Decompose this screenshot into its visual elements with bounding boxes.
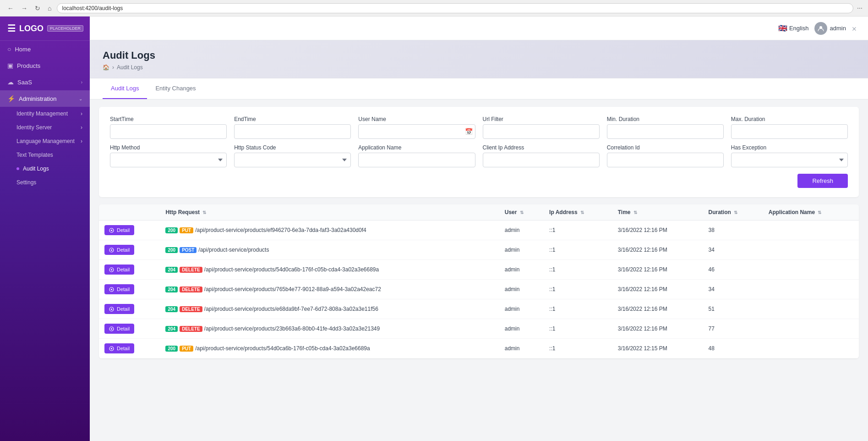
app-name-cell bbox=[763, 319, 859, 339]
sidebar-item-audit-logs[interactable]: Audit Logs bbox=[0, 162, 90, 176]
duration-cell: 77 bbox=[703, 319, 763, 339]
url-filter-input[interactable] bbox=[483, 124, 600, 139]
max-duration-input[interactable] bbox=[731, 124, 848, 139]
svg-point-10 bbox=[111, 309, 112, 310]
hamburger-icon[interactable]: ☰ bbox=[7, 23, 16, 34]
http-request-cell: 200 POST /api/product-service/products bbox=[160, 240, 499, 260]
correlation-id-input[interactable] bbox=[607, 153, 724, 167]
breadcrumb-home-icon[interactable]: 🏠 bbox=[103, 64, 109, 71]
has-exception-select[interactable]: True False bbox=[731, 153, 848, 167]
filter-row-2: Http Method GET POST PUT DELETE Http Sta… bbox=[110, 144, 848, 167]
end-time-label: EndTime bbox=[234, 116, 351, 122]
sidebar-item-identity-management[interactable]: Identity Management › bbox=[0, 107, 90, 121]
end-time-input[interactable] bbox=[234, 124, 351, 139]
client-ip-address-label: Client Ip Address bbox=[483, 144, 600, 151]
ip-cell: ::1 bbox=[544, 260, 612, 280]
filter-http-method: Http Method GET POST PUT DELETE bbox=[110, 144, 227, 167]
table-row: Detail 200 PUT /api/product-service/prod… bbox=[99, 220, 859, 240]
table-row: Detail 204 DELETE /api/product-service/p… bbox=[99, 280, 859, 299]
detail-button[interactable]: Detail bbox=[104, 304, 134, 314]
method-badge: DELETE bbox=[180, 306, 202, 312]
filter-max-duration: Max. Duration bbox=[731, 116, 848, 139]
duration-cell: 51 bbox=[703, 299, 763, 319]
back-button[interactable]: ← bbox=[5, 4, 16, 13]
table-row: Detail 200 PUT /api/product-service/prod… bbox=[99, 339, 859, 358]
language-selector[interactable]: 🇬🇧 English bbox=[778, 24, 809, 33]
status-code-badge: 200 bbox=[165, 346, 178, 352]
correlation-id-label: Correlation Id bbox=[607, 144, 724, 151]
detail-cell: Detail bbox=[99, 280, 160, 299]
user-name-input[interactable] bbox=[358, 124, 475, 139]
refresh-browser-button[interactable]: ↻ bbox=[33, 4, 42, 13]
col-time[interactable]: Time ⇅ bbox=[612, 204, 703, 220]
user-menu[interactable]: admin bbox=[814, 22, 846, 35]
detail-button[interactable]: Detail bbox=[104, 225, 134, 235]
filter-has-exception: Has Exception True False bbox=[731, 144, 848, 167]
filter-start-time: StartTime bbox=[110, 116, 227, 139]
refresh-button[interactable]: Refresh bbox=[797, 174, 848, 188]
app-name-sort-icon: ⇅ bbox=[818, 210, 821, 215]
sidebar-item-text-templates[interactable]: Text Templates bbox=[0, 148, 90, 162]
filter-application-name: Application Name bbox=[358, 144, 475, 167]
svg-point-6 bbox=[111, 269, 112, 270]
client-ip-input[interactable] bbox=[483, 153, 600, 167]
ip-cell: ::1 bbox=[544, 220, 612, 240]
detail-button[interactable]: Detail bbox=[104, 284, 134, 294]
user-name-field-wrapper: 📅 bbox=[358, 124, 475, 139]
user-cell: admin bbox=[499, 260, 544, 280]
expand-icon[interactable]: ⨯ bbox=[852, 25, 857, 32]
min-duration-input[interactable] bbox=[607, 124, 724, 139]
sidebar-item-identity-server[interactable]: Identity Server › bbox=[0, 121, 90, 134]
sidebar-item-products[interactable]: ▣ Products bbox=[0, 57, 90, 74]
application-name-input[interactable] bbox=[358, 153, 475, 167]
detail-button[interactable]: Detail bbox=[104, 265, 134, 275]
sidebar-item-home[interactable]: ○ Home bbox=[0, 41, 90, 57]
sidebar: ☰ LOGO PLACEHOLDER ○ Home ▣ Products ☁ S… bbox=[0, 17, 90, 441]
detail-button[interactable]: Detail bbox=[104, 245, 134, 255]
col-ip-address[interactable]: Ip Address ⇅ bbox=[544, 204, 612, 220]
sidebar-sub-label-audit-logs: Audit Logs bbox=[23, 165, 49, 172]
sidebar-item-settings[interactable]: Settings bbox=[0, 176, 90, 189]
avatar bbox=[814, 22, 827, 35]
ip-cell: ::1 bbox=[544, 299, 612, 319]
audit-logs-table: Http Request ⇅ User ⇅ Ip Address ⇅ bbox=[99, 204, 859, 358]
detail-button[interactable]: Detail bbox=[104, 324, 134, 334]
col-application-name[interactable]: Application Name ⇅ bbox=[763, 204, 859, 220]
detail-button[interactable]: Detail bbox=[104, 343, 134, 353]
duration-sort-icon: ⇅ bbox=[734, 210, 737, 215]
start-time-input[interactable] bbox=[110, 124, 227, 139]
url-bar[interactable]: localhost:4200/audit-logs bbox=[57, 3, 853, 13]
user-cell: admin bbox=[499, 240, 544, 260]
user-cell: admin bbox=[499, 319, 544, 339]
http-status-code-select[interactable]: 200 201 204 400 500 bbox=[234, 153, 351, 167]
col-http-request[interactable]: Http Request ⇅ bbox=[160, 204, 499, 220]
col-duration[interactable]: Duration ⇅ bbox=[703, 204, 763, 220]
user-name-label: User Name bbox=[358, 116, 475, 122]
tab-audit-logs[interactable]: Audit Logs bbox=[103, 78, 147, 99]
status-code-badge: 204 bbox=[165, 306, 178, 312]
user-cell: admin bbox=[499, 339, 544, 358]
filter-end-time: EndTime bbox=[234, 116, 351, 139]
logo-text: LOGO bbox=[19, 24, 44, 33]
filter-user-name: User Name 📅 bbox=[358, 116, 475, 139]
start-time-label: StartTime bbox=[110, 116, 227, 122]
sidebar-item-administration[interactable]: ⚡ Administration ⌄ bbox=[0, 90, 90, 107]
http-method-select[interactable]: GET POST PUT DELETE bbox=[110, 153, 227, 167]
svg-point-12 bbox=[111, 328, 112, 330]
sidebar-item-saas[interactable]: ☁ SaaS › bbox=[0, 74, 90, 90]
col-user[interactable]: User ⇅ bbox=[499, 204, 544, 220]
user-cell: admin bbox=[499, 299, 544, 319]
home-browser-button[interactable]: ⌂ bbox=[46, 4, 53, 13]
url-text: /api/product-service/products/765b4e77-9… bbox=[204, 286, 381, 292]
browser-action-icon-1[interactable]: ⋯ bbox=[857, 5, 863, 11]
tab-entity-changes[interactable]: Entity Changes bbox=[147, 78, 204, 99]
duration-cell: 34 bbox=[703, 280, 763, 299]
sidebar-item-language-management[interactable]: Language Management › bbox=[0, 134, 90, 148]
forward-button[interactable]: → bbox=[19, 4, 29, 13]
time-cell: 3/16/2022 12:16 PM bbox=[612, 220, 703, 240]
duration-cell: 38 bbox=[703, 220, 763, 240]
user-name-icon-button[interactable]: 📅 bbox=[465, 128, 473, 135]
user-cell: admin bbox=[499, 220, 544, 240]
filter-url-filter: Url Filter bbox=[483, 116, 600, 139]
method-badge: DELETE bbox=[180, 267, 202, 273]
